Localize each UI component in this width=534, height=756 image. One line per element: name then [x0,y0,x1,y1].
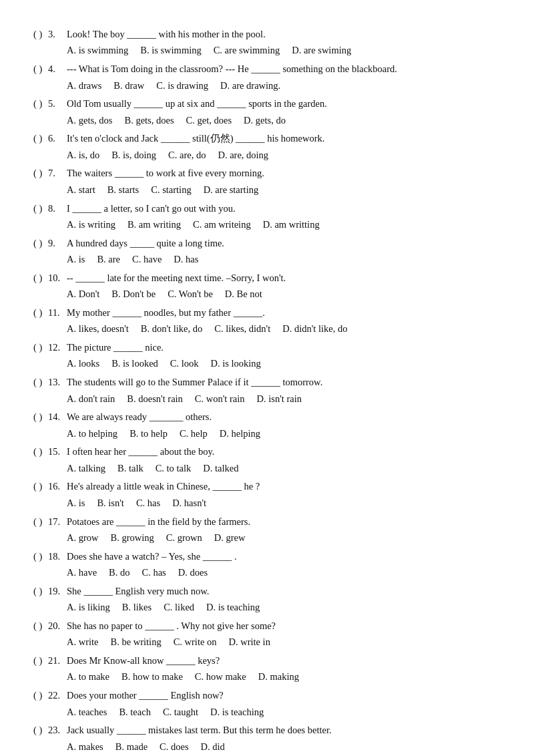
question-block: ( )8.I ______ a letter, so I can't go ou… [33,201,501,233]
question-bracket: ( ) [33,63,48,75]
question-bracket: ( ) [33,98,48,110]
question-number: 16. [48,481,67,492]
option-item: D. didn't like, do [282,321,347,337]
question-text: Jack usually ______ mistakes last term. … [67,723,501,737]
option-item: B. made [115,739,148,755]
option-item: A. is liking [67,599,110,616]
option-item: B. starts [107,182,140,198]
option-item: A. Don't [67,286,99,303]
option-item: B. likes [122,599,152,616]
question-line: ( )13.The students will go to the Summer… [33,375,501,389]
question-bracket: ( ) [33,551,48,562]
option-item: A. gets, dos [67,112,112,129]
question-block: ( )5.Old Tom usually ______ up at six an… [33,96,501,128]
option-item: D. hasn't [172,495,206,512]
option-item: A. makes [67,739,103,755]
question-line: ( )10.-- ______ late for the meeting nex… [33,270,501,285]
question-number: 12. [48,342,67,353]
option-item: C. to talk [156,460,192,477]
question-text: Does she have a watch? – Yes, she ______… [67,549,501,564]
question-bracket: ( ) [33,238,48,249]
question-block: ( )14.We are always ready _______ others… [33,409,501,441]
option-item: B. teach [119,704,151,721]
option-item: D. are, doing [218,147,268,164]
option-item: C. does [160,739,189,755]
option-item: D. isn't rain [257,391,302,407]
option-item: D. talked [203,460,238,477]
option-item: C. is drawing [156,77,208,94]
option-item: C. liked [164,599,194,616]
option-item: A. is swimming [67,42,128,59]
option-item: C. am writeing [193,216,251,233]
option-item: C. starting [151,182,191,198]
options-line: A. writeB. be writingC. write onD. write… [33,634,501,650]
question-number: 18. [48,551,67,562]
option-item: B. don't like, do [141,321,202,337]
option-item: D. does [178,564,208,581]
options-line: A. makesB. madeC. doesD. did [33,739,501,755]
question-number: 17. [48,516,67,528]
options-line: A. is writingB. am writingC. am writeing… [33,216,501,233]
question-block: ( )17.Potatoes are ______ in the field b… [33,514,501,546]
option-item: B. do [109,564,129,581]
question-number: 8. [48,203,67,214]
option-item: C. grown [166,530,202,546]
question-number: 22. [48,690,67,701]
question-number: 4. [48,63,67,75]
option-item: A. is [67,495,85,512]
question-line: ( )23.Jack usually ______ mistakes last … [33,723,501,737]
question-text: I ______ a letter, so I can't go out wit… [67,201,501,216]
option-item: A. likes, doesn't [67,321,129,337]
options-line: A. to helpingB. to helpC. helpD. helping [33,425,501,442]
question-line: ( )7.The waiters ______ to work at five … [33,166,501,180]
question-line: ( )12.The picture ______ nice. [33,340,501,355]
options-line: A. isB. isn'tC. hasD. hasn't [33,495,501,512]
option-item: A. to helping [67,425,117,442]
question-line: ( )4.--- What is Tom doing in the classr… [33,61,501,76]
option-item: D. are drawing. [220,77,280,94]
question-bracket: ( ) [33,586,48,597]
option-item: A. is, do [67,147,99,164]
option-item: B. talk [117,460,144,477]
option-item: D. helping [220,425,260,442]
question-number: 11. [48,307,67,319]
question-number: 23. [48,725,67,736]
options-line: A. is swimmingB. is swimmingC. are swimm… [33,42,501,59]
option-item: A. is writing [67,216,115,233]
question-number: 19. [48,586,67,597]
option-item: A. have [67,564,97,581]
option-item: C. help [180,425,208,442]
option-item: B. are [97,251,120,268]
question-text: The students will go to the Summer Palac… [67,375,501,389]
question-bracket: ( ) [33,690,48,701]
question-block: ( )19.She ______ English very much now.A… [33,584,501,616]
options-line: A. likes, doesn'tB. don't like, doC. lik… [33,321,501,337]
question-line: ( )9.A hundred days _____ quite a long t… [33,236,501,250]
question-bracket: ( ) [33,446,48,457]
option-item: D. is teaching [210,704,264,721]
option-item: B. is, doing [111,147,156,164]
question-block: ( )23.Jack usually ______ mistakes last … [33,723,501,755]
option-item: D. am writting [263,216,320,233]
option-item: B. am writing [127,216,181,233]
options-line: A. growB. growingC. grownD. grew [33,530,501,546]
options-line: A. to makeB. how to makeC. how makeD. ma… [33,669,501,685]
question-text: The picture ______ nice. [67,340,501,355]
question-block: ( )18.Does she have a watch? – Yes, she … [33,549,501,581]
question-line: ( )19.She ______ English very much now. [33,584,501,598]
options-line: A. is, doB. is, doingC. are, doD. are, d… [33,147,501,164]
question-text: Look! The boy ______ with his mother in … [67,27,501,41]
question-block: ( )16.He's already a little weak in Chin… [33,479,501,511]
question-number: 9. [48,238,67,249]
question-bracket: ( ) [33,620,48,632]
options-line: A. don't rainB. doesn't rainC. won't rai… [33,391,501,407]
question-block: ( )13.The students will go to the Summer… [33,375,501,407]
question-line: ( )15.I often hear her ______ about the … [33,444,501,459]
option-item: D. write in [228,634,270,650]
question-line: ( )17.Potatoes are ______ in the field b… [33,514,501,529]
question-line: ( )18.Does she have a watch? – Yes, she … [33,549,501,564]
option-item: A. draws [67,77,101,94]
option-item: B. is looked [111,355,158,372]
question-text: My mother ______ noodles, but my father … [67,305,501,320]
option-item: C. likes, didn't [214,321,270,337]
